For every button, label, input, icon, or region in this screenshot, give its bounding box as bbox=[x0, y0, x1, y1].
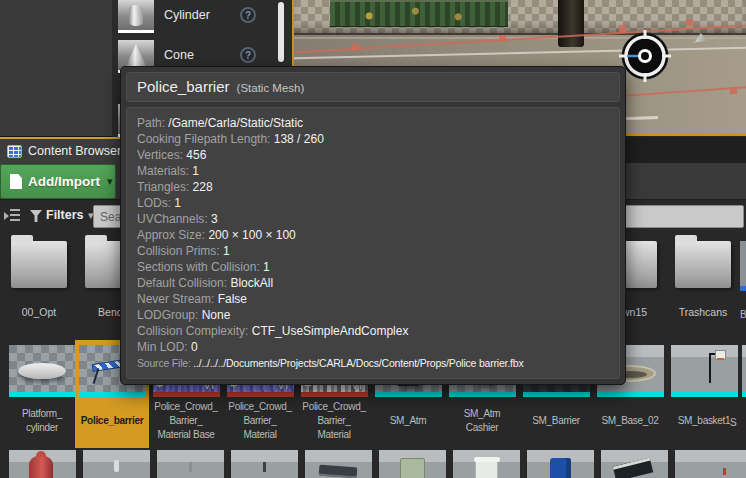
asset-thumbnail bbox=[671, 345, 738, 397]
asset-type-strip bbox=[375, 392, 442, 397]
asset-type-strip bbox=[523, 392, 590, 397]
tooltip-row-never-stream: Never StreamFalse bbox=[137, 291, 609, 307]
place-item-label: Cone bbox=[164, 48, 194, 62]
filter-funnel-icon bbox=[30, 210, 42, 222]
new-asset-icon bbox=[10, 174, 22, 189]
asset-label: B bbox=[740, 309, 746, 320]
dark-slab-shape bbox=[612, 458, 653, 478]
tooltip-asset-type: (Static Mesh) bbox=[237, 82, 305, 94]
tooltip-row-collision-prims: Collision Prims1 bbox=[137, 243, 609, 259]
tooltip-row-path: Path/Game/Carla/Static/Static bbox=[137, 115, 609, 131]
small-object bbox=[723, 468, 726, 475]
hoop-rim bbox=[717, 358, 724, 360]
tooltip-row-min-lod: Min LOD0 bbox=[137, 339, 609, 355]
asset-tile[interactable] bbox=[449, 450, 523, 478]
spline-point[interactable] bbox=[686, 19, 693, 26]
tooltip-row-vertices: Vertices456 bbox=[137, 147, 609, 163]
folder-icon bbox=[675, 241, 731, 288]
asset-label: Police_Crowd_Barrier_Material bbox=[223, 397, 297, 443]
add-import-button[interactable]: Add/Import ▾ bbox=[0, 164, 116, 199]
filters-button[interactable]: Filters bbox=[46, 208, 84, 222]
spline-point[interactable] bbox=[499, 35, 506, 42]
asset-label: SM_Base_02 bbox=[593, 397, 667, 443]
dark-object bbox=[318, 465, 357, 478]
asset-tile[interactable] bbox=[597, 450, 671, 478]
cylinder-thumbnail bbox=[118, 0, 154, 33]
tooltip-row-collision-complexity: Collision ComplexityCTF_UseSimpleAndComp… bbox=[137, 323, 609, 339]
place-item-cylinder[interactable]: Cylinder ? bbox=[112, 0, 292, 36]
asset-type-strip bbox=[597, 392, 664, 397]
statuette-shape bbox=[114, 460, 119, 472]
asset-tile-partial-row1[interactable]: B bbox=[738, 233, 746, 291]
tooltip-row-lodgroup: LODGroupNone bbox=[137, 307, 609, 323]
asset-label: SM_Atm bbox=[371, 397, 445, 443]
asset-type-strip bbox=[449, 392, 516, 397]
asset-type-strip bbox=[301, 392, 368, 397]
sources-panel-toggle-icon[interactable] bbox=[4, 208, 20, 222]
pole bbox=[558, 0, 584, 47]
small-object bbox=[263, 462, 266, 472]
asset-tile-partial-row2[interactable] bbox=[738, 340, 746, 397]
list-scrollbar[interactable] bbox=[278, 2, 284, 62]
cone-icon bbox=[126, 44, 146, 66]
cylinder-icon bbox=[129, 5, 143, 26]
asset-platform-cylinder[interactable]: Platform_cylinder bbox=[5, 340, 79, 443]
spline-point[interactable] bbox=[730, 87, 737, 94]
folder-trashcans[interactable]: Trashcans bbox=[668, 233, 738, 318]
blue-bin-shape bbox=[550, 458, 571, 478]
tooltip-row-triangles: Triangles228 bbox=[137, 179, 609, 195]
hydrant-shape bbox=[29, 456, 53, 478]
asset-type-strip bbox=[742, 392, 746, 397]
asset-label: Police_Crowd_Barrier_Material Base bbox=[149, 397, 223, 443]
asset-thumbnail bbox=[9, 345, 76, 397]
asset-tile[interactable] bbox=[671, 450, 745, 478]
help-icon[interactable]: ? bbox=[240, 47, 256, 63]
spline-point[interactable] bbox=[352, 44, 359, 51]
asset-label: Police_barrier bbox=[75, 397, 149, 443]
asset-tile[interactable] bbox=[375, 450, 449, 478]
asset-tile[interactable] bbox=[79, 450, 153, 478]
asset-type-strip bbox=[153, 392, 220, 397]
asset-thumbnail bbox=[740, 241, 746, 291]
tooltip-row-sections-collision: Sections with Collision1 bbox=[137, 259, 609, 275]
small-object bbox=[189, 462, 192, 472]
asset-type-strip bbox=[79, 392, 146, 397]
white-box-shape bbox=[475, 459, 498, 478]
asset-type-strip bbox=[740, 286, 746, 291]
asset-thumbnail bbox=[742, 345, 746, 397]
asset-label: SM_AtmCashier bbox=[445, 397, 519, 443]
asset-tile-partial[interactable] bbox=[738, 450, 746, 478]
asset-label: Platform_cylinder bbox=[5, 397, 79, 443]
unreal-editor-window: Cylinder ? Cone ? bbox=[0, 0, 746, 478]
asset-label-partial: S bbox=[730, 417, 737, 428]
asset-type-strip bbox=[227, 392, 294, 397]
asset-tile[interactable] bbox=[523, 450, 597, 478]
folder-icon bbox=[11, 241, 67, 288]
asset-type-strip bbox=[9, 392, 76, 397]
asset-label: SM_Barrier bbox=[519, 397, 593, 443]
list-bars bbox=[10, 209, 20, 221]
chevron-down-icon: ▾ bbox=[107, 175, 113, 188]
platform-shape bbox=[18, 363, 66, 379]
tooltip-row-approx-size: Approx Size200 × 100 × 100 bbox=[137, 227, 609, 243]
tooltip-row-source-file: Source File../../../../Documents/Project… bbox=[137, 355, 609, 371]
asset-tile[interactable] bbox=[301, 450, 375, 478]
tooltip-row-default-collision: Default CollisionBlockAll bbox=[137, 275, 609, 291]
asset-tooltip: Police_barrier (Static Mesh) Path/Game/C… bbox=[120, 66, 626, 385]
asset-tile[interactable] bbox=[227, 450, 301, 478]
target-crosshair-gizmo[interactable] bbox=[618, 29, 672, 83]
asset-tile-hydrant[interactable] bbox=[5, 450, 79, 478]
tab-label: Content Browser bbox=[28, 144, 121, 158]
add-import-label: Add/Import bbox=[28, 174, 100, 189]
asset-type-strip bbox=[671, 392, 738, 397]
tooltip-body: Path/Game/Carla/Static/Static Cooking Fi… bbox=[126, 107, 620, 379]
folder-label: 00_Opt bbox=[4, 306, 74, 318]
tooltip-title: Police_barrier bbox=[137, 78, 230, 95]
place-item-label: Cylinder bbox=[164, 8, 210, 22]
help-icon[interactable]: ? bbox=[240, 7, 256, 23]
tooltip-row-lods: LODs1 bbox=[137, 195, 609, 211]
folder-00-opt[interactable]: 00_Opt bbox=[4, 233, 74, 318]
tooltip-row-cooking-filepath: Cooking Filepath Length138 / 260 bbox=[137, 131, 609, 147]
tooltip-row-uvchannels: UVChannels3 bbox=[137, 211, 609, 227]
asset-tile[interactable] bbox=[153, 450, 227, 478]
